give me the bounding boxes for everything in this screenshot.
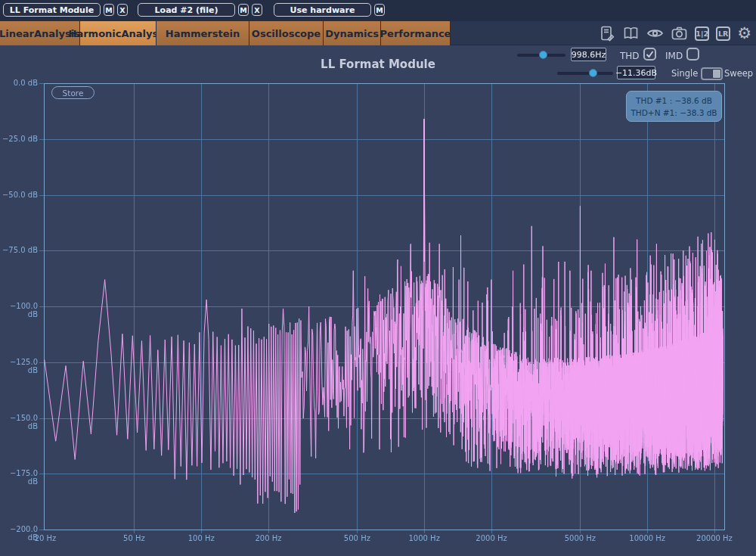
thd-readout-line: THD #1 : −38.6 dB [627, 95, 721, 107]
tab-performance[interactable]: Performance [381, 21, 451, 45]
y-tick-label: −100.0 dB [0, 302, 38, 318]
module-remove-button[interactable]: X [117, 4, 128, 16]
tab-oscilloscope[interactable]: Oscilloscope [249, 21, 324, 45]
thd-n-readout-line: THD+N #1: −38.3 dB [627, 107, 721, 119]
use-hardware-slot-button[interactable]: Use hardware [274, 3, 371, 17]
check-icon [645, 49, 655, 59]
y-tick-label: −175.0 dB [0, 469, 38, 486]
load-file-mute-button[interactable]: M [238, 4, 249, 16]
y-tick-label: −75.0 dB [0, 246, 38, 254]
notes-edit-icon[interactable] [599, 25, 615, 42]
single-mode-label: Single [671, 68, 698, 79]
level-slider[interactable] [557, 72, 613, 75]
thd-label: THD [620, 51, 640, 61]
level-value-field[interactable]: −11.36dB [617, 66, 655, 79]
x-tick-label: 10000 Hz [626, 534, 668, 542]
thd-readout-box: THD #1 : −38.6 dB THD+N #1: −38.3 dB [626, 91, 722, 122]
x-tick-label: 5000 Hz [559, 534, 601, 542]
x-tick-label: 20 Hz [24, 534, 67, 542]
y-tick-label: 0.0 dB [0, 79, 38, 87]
y-tick-label: −125.0 dB [0, 358, 38, 374]
imd-label: IMD [665, 51, 683, 61]
app-window: { "colors": { "background": "#36415e", "… [0, 0, 756, 556]
x-tick-label: 2000 Hz [470, 534, 513, 542]
tab-dynamics[interactable]: Dynamics [324, 21, 381, 45]
load-file-slot-button[interactable]: Load #2 (file) [138, 3, 235, 17]
x-tick-label: 200 Hz [247, 534, 290, 542]
tab-harmonic-analysis[interactable]: HarmonicAnalysis [80, 21, 156, 45]
frequency-slider[interactable] [517, 54, 565, 57]
lr-channel-badge-icon[interactable]: LR [716, 26, 730, 41]
spectrum-analyzer-plot [0, 0, 756, 556]
y-tick-label: −150.0 dB [0, 414, 38, 430]
toolbar-icon-strip: 1|2 LR ⚙ [599, 21, 751, 45]
load-file-remove-button[interactable]: X [252, 4, 262, 16]
one-two-channel-badge-icon[interactable]: 1|2 [695, 26, 709, 41]
camera-icon[interactable] [671, 25, 688, 42]
book-icon[interactable] [622, 25, 640, 42]
frequency-slider-thumb[interactable] [539, 51, 547, 59]
y-tick-label: −25.0 dB [0, 135, 38, 143]
level-slider-thumb[interactable] [589, 69, 597, 77]
thd-checkbox[interactable] [643, 48, 656, 61]
x-tick-label: 500 Hz [336, 534, 378, 542]
x-tick-label: 50 Hz [113, 534, 155, 542]
use-hardware-mute-button[interactable]: M [374, 4, 385, 16]
x-tick-label: 1000 Hz [403, 534, 445, 542]
store-button[interactable]: Store [51, 86, 94, 99]
frequency-value-field[interactable]: 998.6Hz [571, 48, 606, 61]
x-tick-label: 100 Hz [180, 534, 222, 542]
plugin-slot-bar: LL Format Module M X Load #2 (file) M X … [0, 0, 756, 21]
eye-icon[interactable] [646, 25, 664, 42]
imd-checkbox[interactable] [686, 48, 699, 61]
y-tick-label: −50.0 dB [0, 191, 38, 199]
module-slot-button[interactable]: LL Format Module [3, 3, 101, 17]
tab-hammerstein[interactable]: Hammerstein [156, 21, 249, 45]
sweep-mode-label: Sweep [724, 68, 753, 79]
gear-icon[interactable]: ⚙ [737, 25, 751, 42]
toggle-knob[interactable] [712, 69, 721, 79]
single-sweep-toggle[interactable] [701, 67, 723, 80]
x-tick-label: 20000 Hz [693, 534, 736, 542]
module-mute-button[interactable]: M [104, 4, 114, 16]
